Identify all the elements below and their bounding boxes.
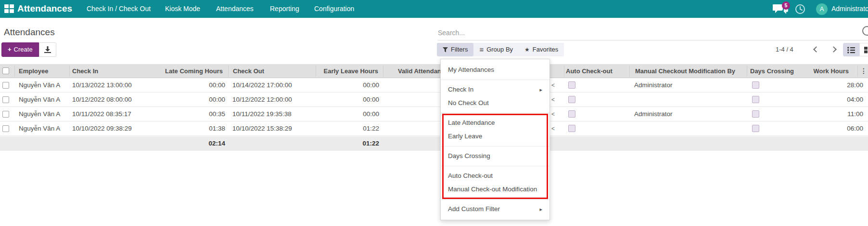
cell-employee: Nguyễn Văn A [19,107,60,121]
header-check-in[interactable]: Check In [72,64,98,78]
filter-my-attendances[interactable]: My Attendances [441,63,549,77]
filter-manual-check-out-modification[interactable]: Manual Check-out Modification [441,183,549,196]
messages-badge: 5 [782,1,790,10]
add-custom-filter[interactable]: Add Custom Filter▸ [441,202,549,216]
page-title: Attendances [4,27,55,38]
cell-check-out: 10/11/2022 19:35:38 [232,107,292,121]
export-button[interactable] [39,42,56,57]
topbar-menu-check-in-out[interactable]: Check In / Check Out [87,0,151,18]
header-manual-checkout-modification-by[interactable]: Manual Checkout Modification By [635,64,735,78]
table-row[interactable]: Nguyễn Văn A 10/12/2022 08:00:00 00:00 1… [0,93,868,107]
row-checkbox[interactable] [2,111,9,118]
divider [441,113,549,113]
row-checkbox[interactable] [2,96,9,103]
auto-check-out-checkbox[interactable] [568,96,575,103]
group-by-button[interactable]: ≡ Group By [473,43,519,56]
auto-check-out-checkbox[interactable] [568,125,575,132]
cell-early-leave-hours: 00:00 [363,93,379,107]
favorites-button[interactable]: ★ Favorites [519,43,564,56]
cell-work-hours: 11:00 [847,107,863,121]
search-options-bar: Filters ≡ Group By ★ Favorites [437,43,564,56]
valid-attendance-remnant: < [551,78,555,93]
cell-early-leave-hours: 01:22 [363,121,379,136]
cell-check-out: 10/12/2022 12:00:00 [232,93,292,107]
search-icon[interactable] [861,25,868,38]
header-early-leave-hours[interactable]: Early Leave Hours [324,64,378,78]
days-crossing-checkbox[interactable] [752,96,759,103]
topbar-menu-reporting[interactable]: Reporting [270,0,299,18]
kanban-view-icon [864,47,868,53]
cell-check-out: 10/10/2022 15:38:29 [232,121,292,136]
apps-menu-icon[interactable] [4,4,14,13]
valid-attendance-remnant: < [551,107,555,121]
filter-no-check-out[interactable]: No Check Out [441,96,549,110]
valid-attendance-remnant: < [551,93,555,107]
search-input[interactable] [438,25,868,40]
cell-work-hours: 28:00 [847,78,863,93]
divider [441,80,549,80]
auto-check-out-checkbox[interactable] [568,81,575,89]
filters-button[interactable]: Filters [437,43,473,56]
download-icon [44,46,51,53]
total-late-coming-hours: 02:14 [208,136,225,151]
header-auto-check-out[interactable]: Auto Check-out [566,64,613,78]
plus-icon: + [8,46,12,53]
header-employee[interactable]: Employee [19,64,48,78]
cell-late-coming-hours: 00:00 [209,93,225,107]
list-view-icon [847,47,855,53]
user-avatar[interactable]: A [816,3,828,15]
divider [441,199,549,199]
table-row[interactable]: Nguyễn Văn A 10/11/2022 08:35:17 00:35 1… [0,107,868,121]
cell-check-in: 10/13/2022 13:00:00 [72,78,132,93]
table-row[interactable]: Nguyễn Văn A 10/13/2022 13:00:00 00:00 1… [0,78,868,93]
days-crossing-checkbox[interactable] [752,81,759,89]
filter-early-leave[interactable]: Early Leave [441,130,549,143]
cell-check-in: 10/12/2022 08:00:00 [72,93,132,107]
filter-late-attendance[interactable]: Late Attendance [441,116,549,130]
submenu-arrow-icon: ▸ [539,202,542,216]
activities-clock-icon[interactable] [795,4,805,14]
star-icon: ★ [524,43,530,56]
days-crossing-checkbox[interactable] [752,125,759,132]
days-crossing-checkbox[interactable] [752,110,759,118]
cell-check-in: 10/11/2022 08:35:17 [72,107,131,121]
app-title[interactable]: Attendances [17,3,72,14]
row-checkbox[interactable] [2,125,9,132]
list-view-button[interactable] [843,43,859,56]
header-days-crossing[interactable]: Days Crossing [750,64,794,78]
header-check-out[interactable]: Check Out [233,64,264,78]
cell-employee: Nguyễn Văn A [19,121,60,136]
cell-work-hours: 04:00 [847,93,863,107]
group-by-icon: ≡ [479,43,484,56]
filter-auto-check-out[interactable]: Auto Check-out [441,169,549,183]
select-all-checkbox[interactable] [2,67,9,74]
cell-early-leave-hours: 00:00 [363,107,379,121]
kanban-view-button[interactable] [859,43,868,56]
topbar-menu-configuration[interactable]: Configuration [314,0,354,18]
create-button[interactable]: +Create [1,42,39,57]
cell-employee: Nguyễn Văn A [19,78,60,93]
topbar-menu-attendances[interactable]: Attendances [216,0,254,18]
filter-days-crossing[interactable]: Days Crossing [441,149,549,163]
cell-check-in: 10/10/2022 09:38:29 [72,121,132,136]
valid-attendance-remnant: < [551,121,555,136]
pager-next-icon[interactable] [830,46,837,53]
filter-check-in[interactable]: Check In▸ [441,83,549,96]
divider [441,166,549,166]
header-late-coming-hours[interactable]: Late Coming Hours [165,64,223,78]
user-menu[interactable]: Administrator [831,0,868,18]
divider [441,146,549,146]
cell-late-coming-hours: 00:00 [209,78,225,93]
cell-work-hours: 06:00 [847,121,863,136]
pager-range: 1-4 / 4 [776,43,793,56]
optional-columns-icon[interactable]: ⋮ [860,64,867,78]
filters-dropdown: My Attendances Check In▸ No Check Out La… [440,59,550,220]
topbar-menu-kiosk-mode[interactable]: Kiosk Mode [165,0,200,18]
cell-employee: Nguyễn Văn A [19,93,60,107]
table-row[interactable]: Nguyễn Văn A 10/10/2022 09:38:29 01:38 1… [0,121,868,136]
auto-check-out-checkbox[interactable] [568,110,575,118]
row-checkbox[interactable] [2,82,9,89]
table-header: Employee Check In Late Coming Hours Chec… [0,64,868,78]
pager-previous-icon[interactable] [813,46,819,53]
cell-manual-by: Administrator [634,78,673,93]
